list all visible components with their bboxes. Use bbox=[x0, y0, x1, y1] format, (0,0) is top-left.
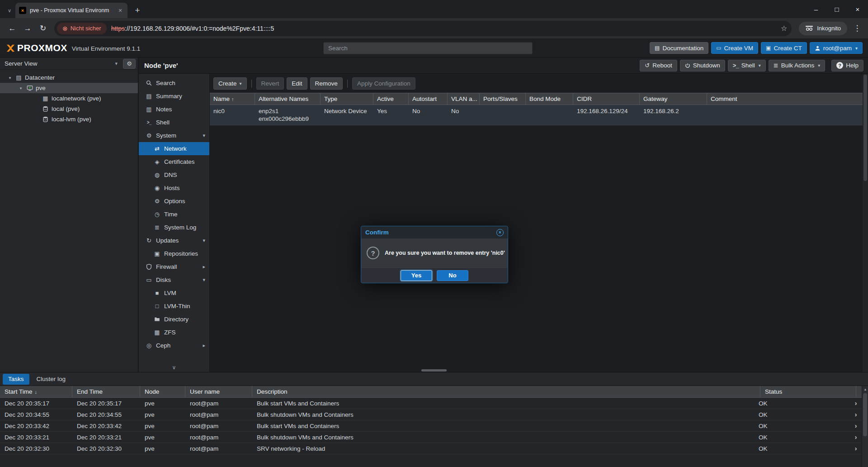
create-vm-button[interactable]: ▭ Create VM bbox=[711, 42, 758, 54]
column-header-end-time[interactable]: End Time bbox=[72, 386, 140, 397]
row-chevron-icon[interactable]: › bbox=[850, 434, 862, 441]
menu-item-repositories[interactable]: ▣ Repositories bbox=[139, 247, 209, 260]
menu-item-disks[interactable]: ▭ Disks ▾ bbox=[139, 273, 209, 286]
tree-settings-button[interactable]: ⚙ bbox=[123, 59, 136, 69]
create-button[interactable]: Create ▾ bbox=[213, 77, 247, 90]
column-header-user-name[interactable]: User name bbox=[185, 386, 252, 397]
menu-scroll-down-icon[interactable]: ∨ bbox=[139, 364, 209, 371]
window-minimize-button[interactable]: – bbox=[806, 0, 826, 18]
reboot-button[interactable]: ↺ Reboot bbox=[640, 60, 677, 71]
scrollbar-thumb[interactable] bbox=[863, 393, 867, 436]
scroll-up-icon[interactable]: ▴ bbox=[862, 387, 868, 391]
column-header-cidr[interactable]: CIDR bbox=[573, 93, 640, 105]
security-badge[interactable]: ⊗ Nicht sicher bbox=[57, 23, 107, 34]
menu-item-options[interactable]: ⚙ Options bbox=[139, 195, 209, 208]
row-chevron-icon[interactable]: › bbox=[850, 400, 862, 407]
tree-item-pve[interactable]: ▾ pve bbox=[0, 83, 138, 93]
menu-item-summary[interactable]: ▤ Summary bbox=[139, 90, 209, 103]
column-header-comment[interactable]: Comment bbox=[707, 93, 863, 105]
expander-icon[interactable]: ▾ bbox=[7, 76, 13, 80]
column-header-gateway[interactable]: Gateway bbox=[640, 93, 707, 105]
menu-item-zfs[interactable]: ▦ ZFS bbox=[139, 326, 209, 339]
row-chevron-icon[interactable]: › bbox=[850, 411, 862, 418]
menu-item-search[interactable]: Search bbox=[139, 76, 209, 90]
view-selector[interactable]: Server View bbox=[5, 60, 38, 67]
content-scrollbar[interactable] bbox=[863, 74, 868, 372]
tasks-scrollbar[interactable]: ▴ bbox=[862, 386, 868, 467]
bulk-actions-button[interactable]: ≣ Bulk Actions ▾ bbox=[769, 60, 825, 71]
menu-item-system[interactable]: ⚙ System ▾ bbox=[139, 129, 209, 142]
menu-item-directory[interactable]: Directory bbox=[139, 313, 209, 326]
shell-button[interactable]: >_ Shell ▾ bbox=[728, 60, 766, 71]
shutdown-button[interactable]: Shutdown bbox=[680, 60, 725, 71]
column-header-autostart[interactable]: Autostart bbox=[409, 93, 448, 105]
column-header-alternative-names[interactable]: Alternative Names bbox=[255, 93, 321, 105]
task-row[interactable]: Dec 20 20:33:21 Dec 20 20:33:21 pve root… bbox=[0, 432, 862, 443]
expander-icon[interactable]: ▾ bbox=[18, 86, 24, 91]
window-maximize-button[interactable]: □ bbox=[826, 0, 847, 18]
menu-item-system-log[interactable]: ≣ System Log bbox=[139, 221, 209, 234]
network-row-nic0[interactable]: nic0 enp2s1enx000c296ebbb9 Network Devic… bbox=[210, 105, 863, 125]
menu-item-notes[interactable]: ▥ Notes bbox=[139, 103, 209, 116]
revert-button[interactable]: Revert bbox=[256, 77, 284, 90]
back-icon[interactable]: ← bbox=[5, 21, 20, 36]
help-button[interactable]: ? Help bbox=[831, 60, 863, 71]
column-header-ports-slaves[interactable]: Ports/Slaves bbox=[480, 93, 526, 105]
create-ct-button[interactable]: ▣ Create CT bbox=[761, 42, 807, 54]
tab-tasks[interactable]: Tasks bbox=[3, 374, 29, 385]
panel-splitter-handle[interactable] bbox=[421, 369, 447, 372]
tree-item-localnetwork[interactable]: ▦ localnetwork (pve) bbox=[0, 93, 138, 104]
row-chevron-icon[interactable]: › bbox=[850, 445, 862, 452]
menu-item-certificates[interactable]: ◈ Certificates bbox=[139, 155, 209, 168]
dialog-title-bar[interactable]: Confirm × bbox=[361, 226, 508, 238]
column-header-active[interactable]: Active bbox=[373, 93, 409, 105]
column-header-node[interactable]: Node bbox=[140, 386, 185, 397]
new-tab-button[interactable]: + bbox=[131, 4, 144, 17]
menu-item-dns[interactable]: ◍ DNS bbox=[139, 168, 209, 181]
yes-button[interactable]: Yes bbox=[401, 270, 432, 281]
column-header-vlan-aware[interactable]: VLAN a... bbox=[448, 93, 480, 105]
column-header-status[interactable]: Status bbox=[760, 386, 856, 397]
remove-button[interactable]: Remove bbox=[310, 77, 343, 90]
user-menu-button[interactable]: root@pam ▾ bbox=[810, 42, 863, 54]
dialog-close-icon[interactable]: × bbox=[496, 229, 504, 236]
reload-icon[interactable]: ↻ bbox=[35, 21, 51, 36]
forward-icon[interactable]: → bbox=[20, 21, 35, 36]
documentation-button[interactable]: ▤ Documentation bbox=[650, 42, 708, 54]
no-button[interactable]: No bbox=[437, 270, 468, 281]
menu-item-network[interactable]: ⇄ Network bbox=[139, 142, 209, 155]
chevron-down-icon[interactable]: ▾ bbox=[115, 61, 120, 67]
menu-item-firewall[interactable]: Firewall ▸ bbox=[139, 260, 209, 273]
apply-configuration-button[interactable]: Apply Configuration bbox=[352, 77, 415, 90]
task-row[interactable]: Dec 20 20:32:30 Dec 20 20:32:30 pve root… bbox=[0, 443, 862, 454]
menu-item-lvm-thin[interactable]: □ LVM-Thin bbox=[139, 300, 209, 313]
task-row[interactable]: Dec 20 20:34:55 Dec 20 20:34:55 pve root… bbox=[0, 409, 862, 420]
menu-item-lvm[interactable]: ■ LVM bbox=[139, 286, 209, 300]
column-header-start-time[interactable]: Start Time ↓ bbox=[0, 386, 72, 397]
task-row[interactable]: Dec 20 20:35:17 Dec 20 20:35:17 pve root… bbox=[0, 398, 862, 409]
edit-button[interactable]: Edit bbox=[287, 77, 307, 90]
column-header-description[interactable]: Description bbox=[252, 386, 760, 397]
bookmark-star-icon[interactable]: ☆ bbox=[781, 24, 787, 33]
omnibox[interactable]: ⊗ Nicht sicher https://192.168.26.129:80… bbox=[54, 21, 792, 36]
column-header-name[interactable]: Name ↑ bbox=[210, 93, 255, 105]
browser-menu-icon[interactable]: ⋮ bbox=[851, 24, 863, 33]
menu-item-time[interactable]: ◷ Time bbox=[139, 208, 209, 221]
tab-list-chevron-icon[interactable]: ∨ bbox=[4, 3, 15, 18]
tree-item-datacenter[interactable]: ▾ ▤ Datacenter bbox=[0, 72, 138, 83]
tab-close-icon[interactable]: × bbox=[117, 7, 124, 14]
column-header-bond-mode[interactable]: Bond Mode bbox=[526, 93, 573, 105]
row-chevron-icon[interactable]: › bbox=[850, 422, 862, 429]
column-header-type[interactable]: Type bbox=[321, 93, 373, 105]
scrollbar-thumb[interactable] bbox=[863, 75, 867, 181]
window-close-button[interactable]: × bbox=[847, 0, 868, 18]
tab-cluster-log[interactable]: Cluster log bbox=[31, 374, 71, 385]
menu-item-updates[interactable]: ↻ Updates ▾ bbox=[139, 234, 209, 247]
task-row[interactable]: Dec 20 20:33:42 Dec 20 20:33:42 pve root… bbox=[0, 420, 862, 432]
tree-item-local[interactable]: local (pve) bbox=[0, 104, 138, 114]
browser-tab[interactable]: × pve - Proxmox Virtual Environm × bbox=[15, 3, 127, 18]
menu-item-ceph[interactable]: ◎ Ceph ▸ bbox=[139, 339, 209, 352]
menu-item-hosts[interactable]: ◉ Hosts bbox=[139, 181, 209, 195]
tree-item-local-lvm[interactable]: local-lvm (pve) bbox=[0, 114, 138, 124]
search-input[interactable] bbox=[323, 42, 533, 54]
